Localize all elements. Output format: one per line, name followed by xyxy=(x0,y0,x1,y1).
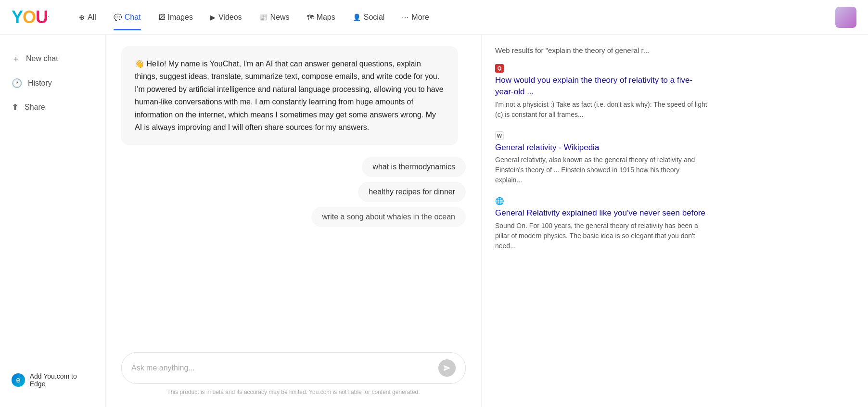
videos-icon: ▶ xyxy=(210,13,216,21)
nav-images[interactable]: 🖼 Images xyxy=(152,9,200,25)
bot-message: 👋 Hello! My name is YouChat, I'm an AI t… xyxy=(121,46,458,145)
logo-y: Y xyxy=(12,7,23,27)
share-icon: ⬆ xyxy=(12,102,19,113)
result-link-0[interactable]: How would you explain the theory of rela… xyxy=(495,76,692,96)
nav-videos[interactable]: ▶ Videos xyxy=(204,9,249,25)
logo-dot: . xyxy=(48,11,49,18)
history-icon: 🕐 xyxy=(12,78,22,89)
main-nav: ⊕ All 💬 Chat 🖼 Images ▶ Videos 📰 News 🗺 … xyxy=(72,9,820,25)
logo-u: U xyxy=(36,7,48,27)
result-source-1: W xyxy=(495,131,708,140)
history-button[interactable]: 🕐 History xyxy=(0,71,105,95)
bot-message-text: 👋 Hello! My name is YouChat, I'm an AI t… xyxy=(135,60,444,131)
edge-icon: e xyxy=(12,373,25,387)
sidebar-bottom: e Add You.com to Edge xyxy=(0,365,105,395)
share-label: Share xyxy=(25,103,45,112)
suggestion-chips: what is thermodynamics healthy recipes f… xyxy=(121,157,466,227)
result-source-0: Q xyxy=(495,64,708,73)
input-disclaimer: This product is in beta and its accuracy… xyxy=(121,389,466,395)
nav-more-label: More xyxy=(411,13,429,22)
nav-all-label: All xyxy=(88,13,96,22)
images-icon: 🖼 xyxy=(158,13,165,21)
nav-all[interactable]: ⊕ All xyxy=(72,9,103,25)
result-snippet-2: Sound On. For 100 years, the general the… xyxy=(495,221,708,251)
history-label: History xyxy=(28,79,52,88)
result-link-2[interactable]: General Relativity explained like you've… xyxy=(495,208,705,217)
results-panel: Web results for "explain the theory of g… xyxy=(481,35,722,407)
result-snippet-1: General relativity, also known as the ge… xyxy=(495,155,708,185)
plus-icon: ＋ xyxy=(12,53,20,64)
all-icon: ⊕ xyxy=(79,13,85,21)
result-snippet-0: I'm not a physicist :) Take as fact (i.e… xyxy=(495,100,708,120)
main-content: ＋ New chat 🕐 History ⬆ Share e Add You.c… xyxy=(0,35,868,407)
result-source-2: 🌐 xyxy=(495,197,708,205)
new-chat-label: New chat xyxy=(26,54,58,63)
suggestion-chip-1[interactable]: healthy recipes for dinner xyxy=(358,182,466,202)
nav-chat-label: Chat xyxy=(125,13,141,22)
nav-news[interactable]: 📰 News xyxy=(253,9,296,25)
nav-news-label: News xyxy=(270,13,290,22)
more-icon: ⋯ xyxy=(402,13,408,21)
logo: YOU. xyxy=(12,7,49,27)
nav-maps[interactable]: 🗺 Maps xyxy=(300,9,342,25)
new-chat-button[interactable]: ＋ New chat xyxy=(0,46,105,71)
header-right xyxy=(835,7,856,28)
results-title: Web results for "explain the theory of g… xyxy=(495,46,708,54)
suggestion-chip-2[interactable]: write a song about whales in the ocean xyxy=(311,207,466,227)
chat-input[interactable] xyxy=(131,364,433,372)
logo-o: O xyxy=(23,7,36,27)
result-favicon-1: W xyxy=(495,131,504,140)
nav-images-label: Images xyxy=(168,13,193,22)
input-box xyxy=(121,352,466,384)
edge-promo-button[interactable]: e Add You.com to Edge xyxy=(12,372,94,388)
result-item-1: W General relativity - Wikipedia General… xyxy=(495,131,708,186)
result-favicon-0: Q xyxy=(495,64,504,73)
suggestion-chip-0[interactable]: what is thermodynamics xyxy=(362,157,466,177)
header: YOU. ⊕ All 💬 Chat 🖼 Images ▶ Videos 📰 Ne… xyxy=(0,0,868,35)
sidebar: ＋ New chat 🕐 History ⬆ Share e Add You.c… xyxy=(0,35,106,407)
send-button[interactable] xyxy=(438,359,456,377)
nav-more[interactable]: ⋯ More xyxy=(395,9,435,25)
chat-area: 👋 Hello! My name is YouChat, I'm an AI t… xyxy=(106,35,481,407)
chat-messages: 👋 Hello! My name is YouChat, I'm an AI t… xyxy=(121,46,466,344)
input-area: This product is in beta and its accuracy… xyxy=(121,352,466,395)
result-item-0: Q How would you explain the theory of re… xyxy=(495,64,708,120)
result-link-1[interactable]: General relativity - Wikipedia xyxy=(495,143,599,152)
chat-icon: 💬 xyxy=(114,13,122,21)
send-icon xyxy=(443,364,451,372)
social-icon: 👤 xyxy=(353,13,361,21)
maps-icon: 🗺 xyxy=(307,13,314,21)
news-icon: 📰 xyxy=(259,13,268,21)
nav-maps-label: Maps xyxy=(317,13,335,22)
avatar[interactable] xyxy=(835,7,856,28)
nav-social-label: Social xyxy=(364,13,385,22)
edge-promo-label: Add You.com to Edge xyxy=(30,372,94,388)
nav-chat[interactable]: 💬 Chat xyxy=(107,9,148,25)
nav-videos-label: Videos xyxy=(218,13,242,22)
result-favicon-2: 🌐 xyxy=(495,197,504,205)
share-button[interactable]: ⬆ Share xyxy=(0,95,105,119)
nav-social[interactable]: 👤 Social xyxy=(346,9,392,25)
result-item-2: 🌐 General Relativity explained like you'… xyxy=(495,197,708,251)
